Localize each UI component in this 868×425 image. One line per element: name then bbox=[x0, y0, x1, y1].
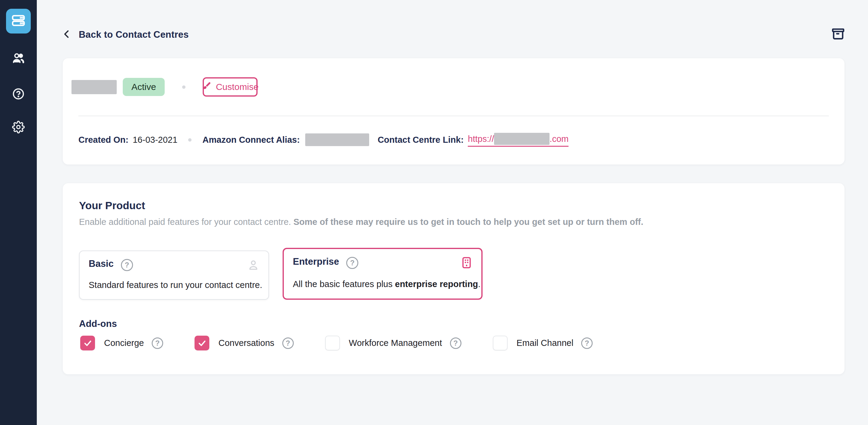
addon-label: Conversations bbox=[218, 338, 274, 348]
link-prefix: https:// bbox=[468, 134, 494, 144]
link-suffix: .com bbox=[550, 134, 568, 144]
concierge-checkbox[interactable] bbox=[80, 336, 95, 350]
separator-dot bbox=[188, 138, 191, 142]
addon-conversations: Conversations ? bbox=[194, 336, 293, 350]
building-icon bbox=[460, 256, 473, 270]
customise-button-label: Customise bbox=[216, 82, 259, 92]
contact-centre-link[interactable]: https:// .com bbox=[468, 133, 568, 147]
addon-label: Concierge bbox=[104, 338, 144, 348]
contact-centre-summary-card: Active Customise Created On: 16-03-2021 … bbox=[63, 58, 844, 165]
link-redacted-middle bbox=[494, 133, 550, 145]
archive-box-icon bbox=[831, 27, 845, 42]
customise-button[interactable]: Customise bbox=[203, 77, 257, 96]
addon-concierge: Concierge ? bbox=[80, 336, 163, 350]
paintbrush-icon bbox=[202, 81, 211, 93]
plan-description: Standard features to run your contact ce… bbox=[89, 280, 262, 290]
help-icon[interactable]: ? bbox=[152, 337, 163, 349]
server-stack-icon bbox=[10, 13, 26, 30]
amazon-connect-alias-redacted bbox=[305, 134, 369, 146]
separator-dot bbox=[182, 85, 185, 89]
plan-head: Basic ? bbox=[89, 258, 260, 273]
sidebar-item-settings[interactable] bbox=[12, 121, 25, 134]
contact-centre-link-label: Contact Centre Link: bbox=[378, 135, 464, 145]
help-icon[interactable]: ? bbox=[346, 257, 358, 269]
help-icon[interactable]: ? bbox=[450, 337, 461, 349]
plan-head: Enterprise ? bbox=[293, 256, 473, 270]
contact-centre-name-redacted bbox=[71, 80, 117, 94]
addon-workforce-management: Workforce Management ? bbox=[325, 336, 461, 350]
contact-centre-name-row: Active Customise bbox=[71, 77, 257, 97]
created-on-value: 16-03-2021 bbox=[133, 135, 177, 145]
your-product-card: Your Product Enable additional paid feat… bbox=[63, 183, 844, 374]
your-product-subtitle: Enable additional paid features for your… bbox=[79, 217, 643, 227]
divider bbox=[79, 116, 829, 116]
plan-name: Enterprise bbox=[293, 256, 339, 267]
users-icon bbox=[12, 52, 25, 66]
amazon-connect-alias-label: Amazon Connect Alias: bbox=[203, 135, 300, 145]
contact-centre-info-row: Created On: 16-03-2021 Amazon Connect Al… bbox=[79, 131, 568, 149]
addon-label: Email Channel bbox=[517, 338, 574, 348]
email-channel-checkbox[interactable] bbox=[493, 336, 507, 350]
created-on-label: Created On: bbox=[79, 135, 128, 145]
workforce-management-checkbox[interactable] bbox=[325, 336, 340, 350]
addon-email-channel: Email Channel ? bbox=[493, 336, 593, 350]
sidebar bbox=[0, 0, 37, 425]
back-link-label: Back to Contact Centres bbox=[79, 29, 189, 40]
addon-label: Workforce Management bbox=[349, 338, 442, 348]
person-icon bbox=[247, 258, 260, 273]
plan-description: All the basic features plus enterprise r… bbox=[293, 279, 480, 289]
subtitle-normal: Enable additional paid features for your… bbox=[79, 217, 293, 227]
plan-name: Basic bbox=[89, 258, 114, 269]
settings-gear-icon bbox=[12, 121, 25, 135]
help-icon bbox=[12, 88, 25, 102]
archive-button[interactable] bbox=[831, 27, 846, 42]
plan-card-enterprise[interactable]: Enterprise ? All the basic features plus… bbox=[283, 248, 483, 300]
addons-row: Concierge ? Conversations ? Workforce Ma… bbox=[80, 336, 624, 350]
help-icon[interactable]: ? bbox=[121, 259, 133, 271]
sidebar-item-help[interactable] bbox=[12, 88, 25, 101]
app-logo-button[interactable] bbox=[6, 9, 31, 33]
plan-card-basic[interactable]: Basic ? Standard features to run your co… bbox=[79, 251, 269, 300]
chevron-left-icon bbox=[61, 29, 72, 41]
subtitle-bold: Some of these may require us to get in t… bbox=[293, 217, 643, 227]
help-icon[interactable]: ? bbox=[581, 337, 593, 349]
sidebar-item-users[interactable] bbox=[12, 52, 25, 65]
help-icon[interactable]: ? bbox=[282, 337, 294, 349]
status-badge: Active bbox=[123, 78, 165, 96]
back-to-contact-centres-link[interactable]: Back to Contact Centres bbox=[61, 29, 189, 41]
addons-title: Add-ons bbox=[79, 318, 117, 329]
conversations-checkbox[interactable] bbox=[194, 336, 209, 350]
your-product-title: Your Product bbox=[79, 200, 145, 211]
